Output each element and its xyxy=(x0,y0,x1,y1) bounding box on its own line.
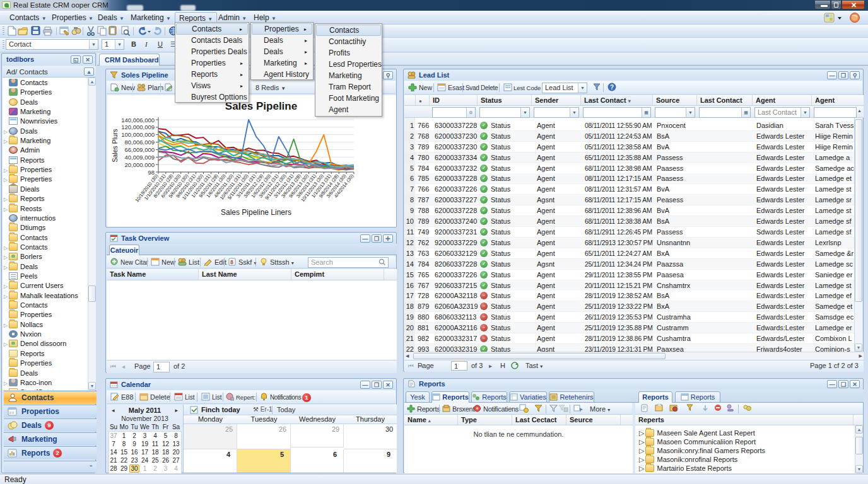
svg-text:?: ? xyxy=(610,84,614,91)
svg-text:100,000,000: 100,000,000 xyxy=(121,131,155,138)
svg-text:120,000,009: 120,000,009 xyxy=(121,124,155,130)
svg-text:66,009,000: 66,009,000 xyxy=(124,146,155,153)
svg-text:Sales Plurs: Sales Plurs xyxy=(111,129,119,162)
svg-text:20,000.000: 20,000.000 xyxy=(124,161,155,168)
svg-text:Sales Pipeline Liners: Sales Pipeline Liners xyxy=(221,208,291,217)
svg-text:8: 8 xyxy=(230,259,233,265)
svg-text:40,009,009: 40,009,009 xyxy=(124,154,155,161)
svg-text:140,006,000: 140,006,000 xyxy=(121,117,155,124)
svg-text:80,006,009: 80,006,009 xyxy=(124,139,155,146)
